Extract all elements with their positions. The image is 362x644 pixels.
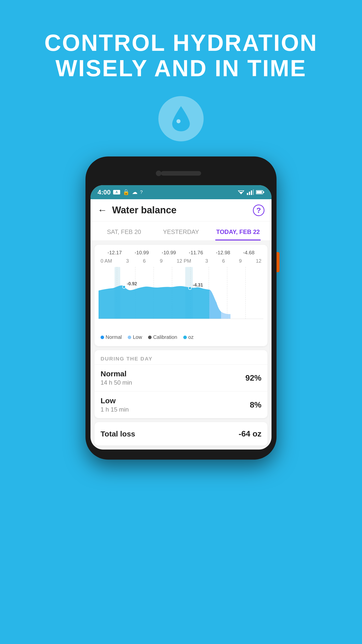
svg-text:-4.31: -4.31 [193, 283, 203, 288]
chart-val-4: -11.76 [189, 250, 203, 256]
status-icon-cloud: ☁ [132, 189, 138, 195]
chart-val-2: -10.99 [134, 250, 149, 256]
chart-top-values: -12.17 -10.99 -10.99 -11.76 -12.98 -4.68 [99, 250, 263, 256]
row-normal-left: Normal 14 h 50 min [101, 370, 132, 386]
tab-sat-feb20[interactable]: SAT, FEB 20 [96, 221, 153, 240]
status-time: 4:00 [98, 188, 111, 196]
chart-val-5: -12.98 [216, 250, 230, 256]
svg-rect-9 [263, 191, 264, 193]
status-icon-a: A [113, 190, 120, 194]
tab-yesterday[interactable]: YESTERDAY [153, 221, 210, 240]
hero-section: CONTROL HYDRATION WISELY AND IN TIME [44, 0, 318, 96]
page-title: Water balance [112, 205, 253, 216]
phone-screen: 4:00 A 🔒 ☁ ? [90, 185, 272, 450]
svg-rect-4 [249, 192, 250, 195]
phone-speaker [161, 171, 201, 176]
row-normal-value: 92% [245, 373, 261, 383]
legend-calibration: Calibration [148, 334, 177, 340]
chart-svg: -0.92 -4.31 [99, 265, 263, 330]
battery-icon [256, 190, 264, 194]
drop-circle [158, 96, 204, 141]
chart-val-3: -10.99 [162, 250, 176, 256]
svg-point-22 [189, 287, 191, 290]
legend-dot-calibration [148, 336, 152, 339]
drop-icon-container [158, 96, 204, 141]
row-low-name: Low [101, 396, 129, 405]
svg-point-20 [123, 286, 125, 289]
phone-top-bar [90, 164, 272, 184]
svg-point-0 [176, 119, 180, 123]
svg-text:-0.92: -0.92 [127, 281, 137, 287]
row-low-sub: 1 h 15 min [101, 406, 129, 413]
wifi-icon [237, 189, 245, 195]
chart-svg-wrapper: -0.92 -4.31 [99, 265, 263, 330]
legend-low: Low [128, 334, 142, 340]
during-day-card: DURING THE DAY Normal 14 h 50 min 92% Lo… [95, 350, 267, 418]
row-low-value: 8% [250, 400, 261, 410]
hero-title-line2: WISELY AND IN TIME [44, 56, 318, 81]
tabs-bar: SAT, FEB 20 YESTERDAY TODAY, FEB 22 [90, 221, 272, 241]
phone-outer: 4:00 A 🔒 ☁ ? [85, 156, 277, 460]
legend-normal: Normal [101, 334, 122, 340]
time-label-9: 9 [160, 258, 163, 264]
section-row-low: Low 1 h 15 min 8% [95, 391, 267, 418]
legend-dot-oz [183, 336, 187, 339]
total-loss-value: -64 oz [239, 429, 261, 438]
svg-rect-8 [256, 191, 262, 193]
svg-rect-6 [253, 189, 254, 195]
time-label-6: 6 [143, 258, 146, 264]
time-label-12pm: 12 PM [177, 258, 191, 264]
chart-time-axis: 0 AM 3 6 9 12 PM 3 6 9 12 [99, 258, 263, 264]
section-row-normal: Normal 14 h 50 min 92% [95, 364, 267, 391]
time-label-9b: 9 [239, 258, 242, 264]
total-loss-label: Total loss [101, 430, 135, 438]
time-label-6b: 6 [222, 258, 225, 264]
status-icons-right [237, 189, 264, 195]
legend-oz: oz [183, 334, 194, 340]
chart-legend: Normal Low Calibration oz [99, 330, 263, 341]
chart-val-6: -4.68 [243, 250, 255, 256]
time-label-0am: 0 AM [101, 258, 112, 264]
status-icon-lock: 🔒 [123, 189, 129, 195]
total-loss-card: Total loss -64 oz [95, 422, 267, 446]
time-label-3: 3 [126, 258, 129, 264]
phone-side-button [277, 252, 280, 272]
chart-val-1: -12.17 [108, 250, 122, 256]
during-day-label: DURING THE DAY [95, 350, 267, 364]
tab-today-feb22[interactable]: TODAY, FEB 22 [209, 221, 266, 240]
time-label-12b: 12 [256, 258, 261, 264]
help-button[interactable]: ? [253, 205, 264, 216]
status-icon-q: ? [140, 189, 143, 195]
hero-title-line1: CONTROL HYDRATION [44, 30, 318, 56]
chart-container: -12.17 -10.99 -10.99 -11.76 -12.98 -4.68… [95, 245, 267, 346]
row-normal-name: Normal [101, 370, 132, 378]
svg-rect-3 [247, 193, 248, 195]
row-low-left: Low 1 h 15 min [101, 396, 129, 413]
back-button[interactable]: ← [98, 205, 107, 216]
signal-icon [247, 189, 254, 195]
legend-label-oz: oz [188, 334, 194, 340]
time-label-3b: 3 [205, 258, 208, 264]
app-header: ← Water balance ? [90, 199, 272, 221]
status-bar: 4:00 A 🔒 ☁ ? [90, 185, 272, 199]
legend-dot-normal [101, 336, 104, 339]
phone-wrapper: 4:00 A 🔒 ☁ ? [85, 156, 277, 460]
legend-label-low: Low [133, 334, 142, 340]
row-normal-sub: 14 h 50 min [101, 379, 132, 386]
water-drop-icon [170, 105, 192, 133]
status-left: 4:00 A 🔒 ☁ ? [98, 188, 143, 196]
svg-rect-5 [251, 190, 252, 195]
phone-camera [156, 171, 161, 176]
legend-dot-low [128, 336, 131, 339]
legend-label-calibration: Calibration [153, 334, 177, 340]
legend-label-normal: Normal [106, 334, 122, 340]
